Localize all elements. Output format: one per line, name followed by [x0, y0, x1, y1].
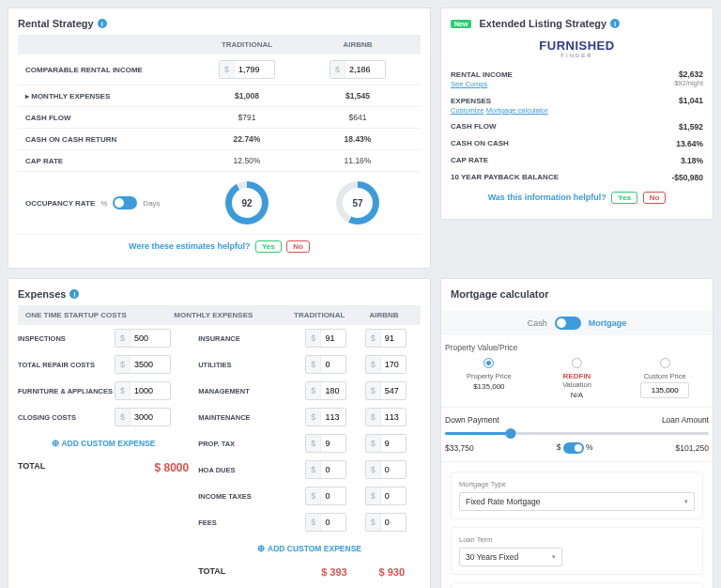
insurance-air-input[interactable]: $: [365, 329, 407, 348]
rental-strategy-card: Rental Strategy TRADITIONAL AIRBNB COMPA…: [8, 8, 431, 269]
donut-air: 57: [336, 181, 379, 224]
row-income: COMPARABLE RENTAL INCOME $ $: [18, 54, 421, 85]
mortgage-card: Mortgage calculator Cash Mortgage Proper…: [440, 278, 713, 588]
row-cap: CAP RATE 12.50% 11.16%: [18, 150, 421, 172]
down-payment-section: Down PaymentLoan Amount $33,750 $ % $101…: [441, 408, 713, 462]
rental-helpful: Were these estimates helpful? Yes No: [18, 235, 421, 258]
ext-cashflow: CASH FLOW$1,592: [451, 118, 703, 135]
monthly-col: INSURANCE$$ UTILITIES$$ MANAGEMENT$$ MAI…: [198, 325, 421, 583]
info-icon[interactable]: [610, 19, 620, 28]
occupancy-toggle[interactable]: [113, 196, 137, 209]
mortgage-toggle[interactable]: [555, 317, 581, 330]
donut-trad: 92: [225, 181, 268, 224]
yes-button[interactable]: Yes: [255, 240, 282, 253]
property-value-section: Property Value/Price Property Price$135,…: [441, 335, 713, 408]
new-badge: New: [451, 20, 471, 28]
expenses-header: ONE TIME STARTUP COSTS MONTHLY EXPENSES …: [18, 305, 421, 325]
income-trad-input[interactable]: $: [219, 60, 275, 79]
dp-unit-toggle[interactable]: [563, 442, 584, 454]
expenses-title: Expenses: [18, 288, 421, 300]
info-icon[interactable]: [98, 19, 107, 28]
ext-income: RENTAL INCOMESee Comps $2,632$92/night: [451, 66, 703, 92]
tab-mortgage[interactable]: Mortgage: [589, 318, 627, 328]
rental-header: TRADITIONAL AIRBNB: [18, 35, 421, 54]
ext-coc: CASH ON CASH13.64%: [451, 135, 703, 152]
mortgage-title: Mortgage calculator: [441, 279, 713, 305]
interest-rate-field: Interest Rate: [451, 582, 703, 588]
row-cashflow: CASH FLOW $791 $641: [18, 107, 421, 129]
furnished-finder-logo: FURNISHED FINDER: [451, 35, 703, 66]
add-custom-expense-monthly[interactable]: ADD CUSTOM EXPENSE: [198, 535, 421, 561]
rental-title: Rental Strategy: [18, 18, 421, 29]
radio-property-price[interactable]: [483, 358, 494, 368]
col-trad: TRADITIONAL: [192, 40, 302, 49]
add-custom-expense-one[interactable]: ADD CUSTOM EXPENSE: [18, 430, 189, 456]
restore-defaults-link[interactable]: Restore default values: [18, 583, 421, 588]
tab-cash[interactable]: Cash: [528, 318, 547, 328]
loan-term-select[interactable]: 30 Years Fixed▾: [459, 548, 562, 566]
see-comps-link[interactable]: See Comps: [451, 80, 513, 88]
closing-input[interactable]: $: [115, 408, 171, 426]
yes-button[interactable]: Yes: [611, 192, 637, 204]
furniture-input[interactable]: $: [115, 381, 171, 400]
ext-title: New Extended Listing Strategy: [451, 18, 703, 29]
no-button[interactable]: No: [286, 240, 310, 253]
radio-redfin[interactable]: [572, 358, 582, 368]
mortgage-type-select[interactable]: Fixed Rate Mortgage▾: [459, 492, 695, 511]
custom-price-input[interactable]: [640, 382, 689, 398]
radio-custom[interactable]: [660, 358, 670, 368]
income-air-input[interactable]: $: [330, 60, 386, 79]
insurance-trad-input[interactable]: $: [305, 329, 346, 348]
row-coc: CASH ON CASH RETURN 22.74% 18.43%: [18, 129, 421, 150]
repair-input[interactable]: $: [115, 355, 171, 374]
loan-term-field: Loan Term 30 Years Fixed▾: [451, 527, 703, 575]
col-air: AIRBNB: [302, 40, 413, 49]
ext-expenses: EXPENSESCustomize Mortgage calculator $1…: [451, 92, 703, 118]
chevron-down-icon: ▾: [552, 553, 556, 561]
down-payment-slider[interactable]: [445, 432, 709, 435]
ext-cap: CAP RATE3.18%: [451, 152, 703, 169]
expenses-card: Expenses ONE TIME STARTUP COSTS MONTHLY …: [8, 278, 431, 588]
ext-helpful: Was this information helpful? Yes No: [451, 186, 703, 209]
one-time-col: INSPECTIONS$ TOTAL REPAIR COSTS$ FURNITU…: [18, 325, 189, 583]
inspections-input[interactable]: $: [115, 329, 171, 348]
row-monthly[interactable]: ▸ MONTHLY EXPENSES $1,008 $1,545: [18, 85, 421, 107]
mortgage-calc-link[interactable]: Mortgage calculator: [486, 106, 548, 115]
extended-listing-card: New Extended Listing Strategy FURNISHED …: [440, 8, 713, 220]
mortgage-tabs: Cash Mortgage: [441, 311, 713, 335]
row-occupancy: OCCUPANCY RATE % Days 92 57: [18, 172, 421, 235]
chevron-down-icon: ▾: [684, 498, 688, 505]
ext-payback: 10 YEAR PAYBACK BALANCE-$50,980: [451, 169, 703, 186]
info-icon[interactable]: [69, 289, 79, 299]
customize-link[interactable]: Customize: [451, 106, 483, 115]
no-button[interactable]: No: [643, 192, 667, 204]
mortgage-type-field: Mortgage Type Fixed Rate Mortgage▾: [451, 472, 703, 519]
